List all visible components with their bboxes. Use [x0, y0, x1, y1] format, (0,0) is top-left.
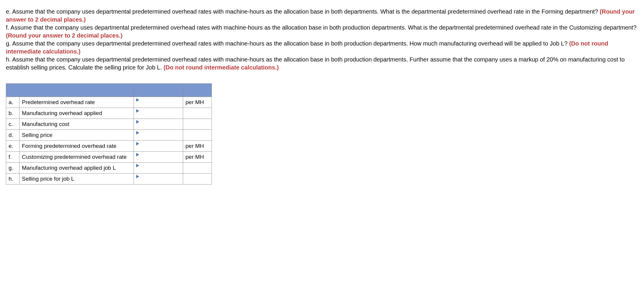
input-marker-icon [136, 153, 139, 156]
q-e-prefix: e. [6, 8, 12, 15]
row-label: Predetermined overhead rate [19, 97, 134, 108]
table-row: f. Customizing predetermined overhead ra… [6, 152, 212, 163]
answer-table: a. Predetermined overhead rate per MH b.… [6, 83, 212, 185]
row-label: Selling price for job L [19, 174, 134, 185]
row-unit: per MH [183, 97, 212, 108]
row-unit: per MH [183, 152, 212, 163]
row-letter: f. [6, 152, 19, 163]
q-h-prefix: h. [6, 56, 12, 63]
row-letter: d. [6, 130, 19, 141]
answer-input-a[interactable] [136, 98, 180, 106]
answer-input-b[interactable] [136, 109, 180, 117]
row-unit [183, 174, 212, 185]
row-unit [183, 119, 212, 130]
row-letter: b. [6, 108, 19, 119]
input-marker-icon [136, 98, 139, 102]
row-unit [183, 108, 212, 119]
input-marker-icon [136, 131, 139, 135]
row-letter: e. [6, 141, 19, 152]
q-e-text: Assume that the company uses departmenta… [12, 8, 600, 15]
row-letter: g. [6, 163, 19, 174]
table-header-row [6, 84, 212, 97]
row-unit [183, 163, 212, 174]
q-f-prefix: f. [6, 24, 11, 31]
row-letter: c. [6, 119, 19, 130]
row-unit: per MH [183, 141, 212, 152]
table-row: h. Selling price for job L [6, 174, 212, 185]
input-marker-icon [136, 175, 139, 178]
row-label: Selling price [19, 130, 134, 141]
answer-input-c[interactable] [136, 120, 180, 128]
q-f-text: Assume that the company uses departmenta… [11, 24, 637, 31]
row-label: Manufacturing overhead applied [19, 108, 134, 119]
answer-input-h[interactable] [136, 175, 180, 183]
input-marker-icon [136, 120, 139, 124]
table-row: g. Manufacturing overhead applied job L [6, 163, 212, 174]
answer-input-f[interactable] [136, 153, 180, 161]
q-h-text: Assume that the company uses departmenta… [6, 56, 625, 71]
table-row: a. Predetermined overhead rate per MH [6, 97, 212, 108]
row-label: Manufacturing overhead applied job L [19, 163, 134, 174]
q-h-hint: (Do not round intermediate calculations.… [164, 64, 279, 71]
table-row: d. Selling price [6, 130, 212, 141]
q-g-prefix: g. [6, 40, 12, 47]
input-marker-icon [136, 142, 139, 145]
answer-input-e[interactable] [136, 142, 180, 150]
row-letter: a. [6, 97, 19, 108]
row-label: Manufacturing cost [19, 119, 134, 130]
row-unit [183, 130, 212, 141]
input-marker-icon [136, 164, 139, 167]
row-label: Forming predetermined overhead rate [19, 141, 134, 152]
q-f-hint: (Round your answer to 2 decimal places.) [6, 32, 123, 39]
row-letter: h. [6, 174, 19, 185]
table-row: c. Manufacturing cost [6, 119, 212, 130]
q-g-text: Assume that the company uses departmenta… [12, 40, 569, 47]
answer-input-d[interactable] [136, 131, 180, 139]
cutoff-line: calculations.) [6, 3, 638, 7]
table-row: b. Manufacturing overhead applied [6, 108, 212, 119]
question-block: e. Assume that the company uses departme… [6, 8, 638, 72]
table-row: e. Forming predetermined overhead rate p… [6, 141, 212, 152]
answer-input-g[interactable] [136, 164, 180, 172]
row-label: Customizing predetermined overhead rate [19, 152, 134, 163]
input-marker-icon [136, 109, 139, 113]
